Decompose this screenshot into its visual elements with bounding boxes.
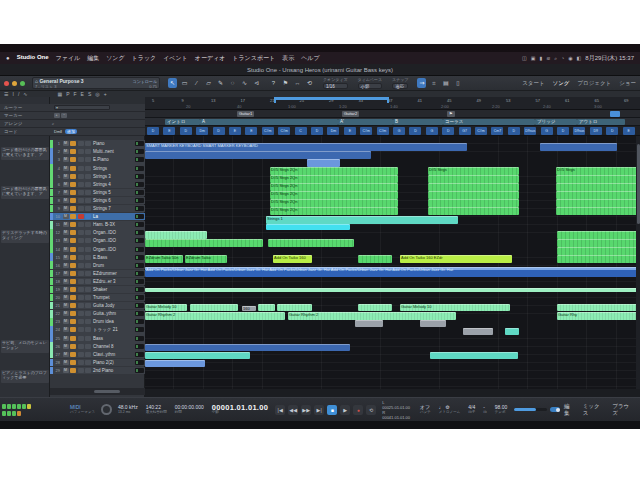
vertical-scrollbar[interactable] [636,136,640,389]
monitor-button[interactable] [70,336,76,341]
close-button[interactable] [4,81,9,86]
chord-event[interactable]: D [409,127,421,135]
menu-item-8[interactable]: 表示 [282,54,294,63]
track-name[interactable]: Channel 8 [91,344,135,349]
track-name[interactable]: Strings 5 [91,190,135,195]
track-row-Organ..IDO[interactable]: 12MOrgan..IDO [50,229,145,237]
clip-green-8[interactable] [428,175,519,183]
record-arm-button[interactable] [78,263,84,268]
mute-button[interactable]: M [63,174,69,179]
clip-green-15[interactable] [556,191,637,199]
clip-blue2-3[interactable] [307,159,340,167]
track-row-Drum idea[interactable]: 23MDrum idea [50,318,145,326]
split-tool[interactable]: ∕ [192,78,201,88]
monitor-button[interactable] [70,352,76,357]
track-row-Strings 7[interactable]: 9MStrings 7 [50,205,145,213]
monitor-button[interactable] [70,368,76,373]
mute-button[interactable]: M [63,311,69,316]
track-name[interactable]: Multi..nent [91,149,135,154]
arranger-section-A'[interactable]: A' [338,119,393,125]
clip-grey-49[interactable] [355,320,383,327]
track-name[interactable]: Piano [91,141,135,146]
record-arm-button[interactable] [78,311,84,316]
track-row-Channel 8[interactable]: 26MChannel 8 [50,342,145,350]
loop-right-value[interactable]: R 00041.01.01.00 [382,410,413,420]
clip-d#5-strgs-2qn[interactable]: D#5 Strgs 2Qn [270,199,398,207]
next-button[interactable]: ▶| [314,405,324,415]
menu-item-9[interactable]: ヘルプ [301,54,319,63]
chord-event[interactable]: D9sus [573,127,585,135]
clip-d#5-strgs-2qn[interactable]: D#5 Strgs 2Qn [270,167,398,175]
bend-tool[interactable]: ∿ [240,78,249,88]
record-arm-button[interactable] [78,327,84,332]
track-name[interactable]: Shaker [91,287,135,292]
clip-green-35[interactable] [557,255,637,263]
record-arm-button[interactable] [78,214,84,219]
device-tab-control[interactable]: コントロール [133,79,157,84]
record-arm-button[interactable] [78,247,84,252]
clip-mint-39[interactable] [190,304,238,311]
track-row-La[interactable]: 10MLa [50,213,145,221]
clip-green-28[interactable] [557,239,637,247]
track-name[interactable]: E.Piano [91,157,135,162]
record-arm-button[interactable] [78,149,84,154]
clip-green-25[interactable] [557,231,637,239]
track-row-Strings[interactable]: 4MStrings [50,164,145,172]
track-row-Strings 6[interactable]: 8MStrings 6 [50,197,145,205]
zoom-icon[interactable]: ⌕ [52,121,54,126]
arranger-section-ブリッジ[interactable]: ブリッジ [535,119,577,125]
track-name[interactable]: Trumpet [91,295,135,300]
arranger-track-row[interactable]: ⌕ [50,120,145,128]
monitor-button[interactable] [70,214,76,219]
monitor-button[interactable] [70,206,76,211]
end-marker[interactable] [610,111,620,117]
monitor-button[interactable] [70,238,76,243]
clip-green-26[interactable] [145,239,263,247]
clip-d#5-strgs[interactable]: D#5 Strgs [428,167,519,175]
siri-icon[interactable]: ◉ [568,55,572,62]
quantize-select[interactable]: 1/16 [323,83,348,89]
monitor-button[interactable] [70,149,76,154]
clip-cyan-23[interactable] [266,224,350,230]
clip-green-33[interactable] [358,255,392,263]
chord-event[interactable]: D [606,127,618,135]
track-name[interactable]: Organ..IDO [91,230,135,235]
mute-button[interactable]: M [63,263,69,268]
clip-blue-1[interactable] [540,143,617,151]
record-arm-button[interactable] [78,190,84,195]
wifi-icon[interactable]: ≋ [546,55,550,62]
clip-d#5-strgs-2qn[interactable]: D#5 Strgs 2Qn [270,191,398,199]
eraser-tool[interactable]: ▱ [204,78,213,88]
mute-button[interactable]: M [63,319,69,324]
menu-item-6[interactable]: オーディオ [195,54,226,63]
record-arm-button[interactable] [78,352,84,357]
mute-button[interactable]: M [63,141,69,146]
clip-mintThin-37[interactable] [145,288,637,292]
track-row-EZdru..er 3[interactable]: 18MEZdru..er 3 [50,278,145,286]
track-name[interactable]: Ham. B-3X [91,222,135,227]
monitor-button[interactable] [70,174,76,179]
track-name[interactable]: トラック 21 [91,327,135,332]
record-arm-button[interactable] [78,344,84,349]
loop-icon[interactable]: ⟲ [305,78,314,88]
mute-button[interactable]: M [63,344,69,349]
record-arm-button[interactable] [78,157,84,162]
mute-button[interactable]: M [63,222,69,227]
track-row-Organ..IDO[interactable]: 14MOrgan..IDO [50,245,145,253]
control-center-icon[interactable]: ◔ [561,55,564,62]
chord-event[interactable]: C#m [360,127,372,135]
clip-blue-53[interactable] [145,344,350,351]
monitor-button[interactable] [70,287,76,292]
clip-green-29[interactable] [557,247,637,255]
chord-event[interactable]: Dm [327,127,339,135]
chord-event[interactable]: Dm [196,127,208,135]
chord-event[interactable]: G [393,127,405,135]
record-arm-button[interactable] [78,222,84,227]
performance-label[interactable]: パフォーマンス [70,410,95,415]
track-row-Multi..nent[interactable]: 2MMulti..nent [50,148,145,156]
timebase-select[interactable]: 小節 [358,83,382,89]
zoom-button[interactable] [20,81,25,86]
monitor-button[interactable] [70,230,76,235]
mute-button[interactable]: M [63,303,69,308]
record-arm-button[interactable] [78,238,84,243]
